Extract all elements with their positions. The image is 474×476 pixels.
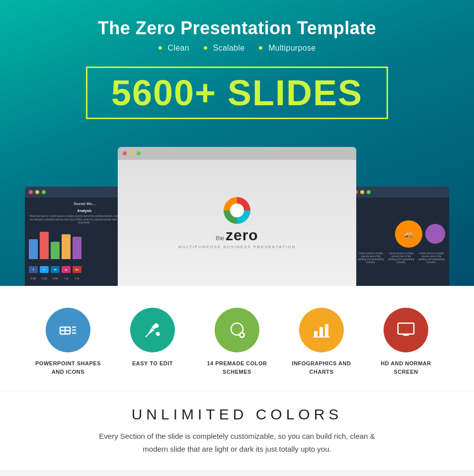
feature-powerpoint-label: POWERPOINT SHAPES AND ICONS xyxy=(33,359,103,376)
mockup-area: Social Me... Analysis Body text here or … xyxy=(10,137,464,286)
feature-powerpoint: POWERPOINT SHAPES AND ICONS xyxy=(33,308,103,376)
feature-edit-label: EASY TO EDIT xyxy=(132,359,173,368)
zero-name: zero xyxy=(226,227,258,244)
monitor-icon xyxy=(395,319,417,341)
circle-orange: 🚚 xyxy=(395,220,422,248)
traffic-light-green-center xyxy=(137,151,141,155)
tools-icon xyxy=(142,319,163,341)
hero-title: The Zero Presentation Template xyxy=(10,18,464,39)
shapes-icon xyxy=(57,319,79,341)
traffic-light-yellow xyxy=(35,190,39,194)
svg-rect-11 xyxy=(319,327,323,337)
dot-multipurpose: Multipurpose xyxy=(256,44,318,52)
feature-color-label: 14 PREMADE COLOR SCHEMES xyxy=(202,359,272,376)
mockup-right-titlebar xyxy=(350,187,449,198)
powerpoint-icon-circle xyxy=(46,308,90,352)
pinterest-icon: p xyxy=(62,266,71,273)
mockup-center-titlebar xyxy=(118,147,356,160)
mock-right-labels: Lorem ipsum is simply dummy text of the … xyxy=(357,252,445,264)
hero-section: The Zero Presentation Template Clean Sca… xyxy=(0,0,474,286)
mockup-right-content: 🚚 Lorem ipsum is simply dummy text of th… xyxy=(350,198,449,286)
traffic-light-yellow-center xyxy=(130,151,134,155)
infographics-icon-circle xyxy=(299,308,344,352)
feature-hd: HD AND NORMAR SCREEN xyxy=(371,308,441,376)
zero-logo-text: the zero xyxy=(178,227,296,244)
circle-purple xyxy=(425,224,445,244)
feature-color: 14 PREMADE COLOR SCHEMES xyxy=(202,308,272,376)
zero-tagline: MULTIPURPOSE BUSINESS PRESENTATION xyxy=(178,245,296,249)
svg-rect-14 xyxy=(398,323,414,334)
facebook-icon: f xyxy=(29,266,38,273)
svg-point-9 xyxy=(240,334,243,337)
traffic-light-yellow-right xyxy=(360,190,364,194)
edit-icon-circle xyxy=(130,308,175,352)
unlimited-section: UNLIMITED COLORS Every Section of the sl… xyxy=(0,391,474,470)
feature-edit: EASY TO EDIT xyxy=(118,308,187,376)
mockup-right: 🚚 Lorem ipsum is simply dummy text of th… xyxy=(350,187,449,286)
svg-line-6 xyxy=(146,335,148,337)
dot-scalable: Scalable xyxy=(201,44,248,52)
traffic-light-green xyxy=(42,190,46,194)
feature-hd-label: HD AND NORMAR SCREEN xyxy=(371,359,441,376)
twitter-icon: t xyxy=(40,266,49,273)
unlimited-desc: Every Section of the slide is completely… xyxy=(30,430,444,455)
feature-infographics-label: INFOGRAPHICS AND CHARTS xyxy=(287,359,356,376)
features-section: POWERPOINT SHAPES AND ICONS EASY TO EDIT… xyxy=(0,286,474,391)
zero-logo-inner xyxy=(230,204,244,217)
chart-icon xyxy=(311,319,332,341)
color-icon-circle xyxy=(215,308,259,352)
svg-rect-10 xyxy=(314,331,317,337)
slides-badge: 5600+ SLIDES xyxy=(86,67,388,119)
truck-icon: 🚚 xyxy=(404,230,413,238)
palette-icon xyxy=(226,319,248,341)
zero-logo: the zero MULTIPURPOSE BUSINESS PRESENTAT… xyxy=(178,197,296,249)
unlimited-title: UNLIMITED COLORS xyxy=(30,406,444,423)
zero-logo-icon xyxy=(224,197,250,224)
mock-circles: 🚚 xyxy=(395,220,445,248)
dot-clean: Clean xyxy=(156,44,192,52)
linkedin-icon: in xyxy=(51,266,60,273)
traffic-light-red-center xyxy=(123,151,127,155)
mockup-center-body: the zero MULTIPURPOSE BUSINESS PRESENTAT… xyxy=(118,160,356,286)
traffic-light-green-right xyxy=(367,190,371,194)
feature-infographics: INFOGRAPHICS AND CHARTS xyxy=(287,308,356,376)
hero-subtitle: Clean Scalable Multipurpose xyxy=(10,44,464,53)
hd-icon-circle xyxy=(384,308,428,352)
svg-rect-12 xyxy=(325,324,328,337)
slides-count: 5600+ SLIDES xyxy=(111,75,363,111)
mockup-center: the zero MULTIPURPOSE BUSINESS PRESENTAT… xyxy=(118,147,356,286)
zero-the: the xyxy=(216,235,224,242)
traffic-light-red xyxy=(29,190,33,194)
other-icon: b+ xyxy=(73,266,81,273)
